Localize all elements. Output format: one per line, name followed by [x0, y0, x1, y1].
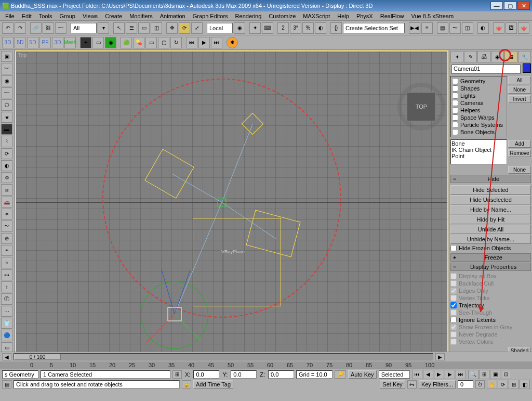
rb-collection-icon[interactable]: ▣ [1, 51, 12, 62]
zoom-icon[interactable]: 🔍 [468, 370, 478, 379]
utilities-tab-icon[interactable]: 🔧 [518, 51, 531, 62]
display-tab-icon[interactable]: 🖥 [504, 51, 517, 62]
deforming-mesh-icon[interactable]: ⬠ [1, 99, 12, 110]
arc-rotate-icon[interactable]: ⟳ [498, 380, 508, 389]
hide-spacewarps-check[interactable]: Space Warps [452, 114, 506, 121]
zoom-extents-icon[interactable]: ▣ [490, 370, 500, 379]
time-prev-icon[interactable]: ◀ [2, 353, 11, 360]
y-field[interactable]: 0.0 [231, 370, 257, 379]
key-mode-combo[interactable]: Selected [379, 370, 410, 379]
water-icon[interactable]: 〜 [1, 221, 12, 231]
angular-dashpot-icon[interactable]: ◐ [1, 160, 12, 171]
spinner-snap-icon[interactable]: ◐ [315, 22, 326, 34]
plugin-5-icon[interactable]: 💊 [133, 37, 144, 48]
object-color-swatch[interactable] [523, 63, 531, 73]
render-setup-icon[interactable]: 🫖 [493, 22, 504, 34]
goto-end-icon[interactable]: ⏭ [456, 370, 466, 379]
menu-realflow[interactable]: RealFlow [377, 12, 407, 20]
goto-start-icon[interactable]: ⏮ [412, 370, 422, 379]
scale-icon[interactable]: ⤢ [191, 22, 203, 34]
time-slider-handle[interactable]: 0 / 100 [14, 354, 61, 360]
reactor-5d-icon[interactable]: 5D [15, 37, 26, 48]
menu-maxscript[interactable]: MAXScript [300, 12, 333, 20]
selection-filter-combo[interactable]: All [71, 23, 97, 33]
vray-plane-outline[interactable] [193, 218, 281, 306]
menu-help[interactable]: Help [334, 12, 352, 20]
plugin-8-icon[interactable]: ↻ [170, 37, 182, 48]
display-props-rollout[interactable]: −Display Properties [450, 263, 531, 271]
hide-rollout[interactable]: −Hide [450, 175, 531, 183]
hide-particles-check[interactable]: Particle Systems [452, 121, 506, 128]
menu-group[interactable]: Group [56, 12, 78, 20]
filter-dropdown-icon[interactable]: ▾ [98, 22, 109, 34]
menu-rendering[interactable]: Rendering [232, 12, 265, 20]
plane-icon[interactable]: ▬ [1, 124, 12, 135]
plugin-2-icon[interactable]: ▭ [92, 37, 104, 48]
next-frame-icon[interactable]: ▶ [445, 370, 455, 379]
add-time-tag-button[interactable]: Add Time Tag [193, 380, 233, 389]
all-button[interactable]: All [508, 76, 531, 84]
plugin-7-icon[interactable]: ▢ [158, 37, 169, 48]
invert-button[interactable]: Invert [508, 95, 531, 103]
hide-cameras-check[interactable]: Cameras [452, 99, 506, 107]
rendered-frame-icon[interactable]: 🖼 [506, 22, 517, 34]
key-icon[interactable]: 🗝 [407, 380, 417, 389]
rope-icon[interactable]: 〰 [1, 87, 12, 98]
rotate-icon[interactable]: ⟳ [179, 22, 190, 34]
analyze-icon[interactable]: 👕 [1, 318, 12, 329]
move-icon[interactable]: ✥ [166, 22, 178, 34]
edit-named-sel-icon[interactable]: {} [330, 22, 342, 34]
reactor-5d2-icon[interactable]: 5D [27, 37, 38, 48]
hide-unselected-button[interactable]: Hide Unselected [450, 195, 531, 204]
display-prop-6[interactable]: Ignore Extents [450, 316, 531, 324]
object-name-field[interactable]: Camera01 [451, 64, 521, 74]
filter-list[interactable]: Bone IK Chain Object Point [450, 139, 507, 164]
align-icon[interactable]: ≡ [421, 22, 433, 34]
unhide-by-name-button[interactable]: Unhide by Name... [450, 235, 531, 244]
time-config-icon[interactable]: ⏱ [475, 380, 485, 389]
menu-create[interactable]: Create [102, 12, 125, 20]
orange-plugin-icon[interactable]: ✱ [227, 37, 238, 48]
material-editor-icon[interactable]: ◐ [477, 22, 489, 34]
select-by-name-icon[interactable]: ☰ [126, 22, 137, 34]
display-prop-4[interactable]: Trajectory [450, 302, 531, 309]
spring-icon[interactable]: ⌇ [1, 136, 12, 147]
reactor-pf-icon[interactable]: PF [39, 37, 51, 48]
minimize-button[interactable]: — [490, 2, 503, 10]
play-anim-icon[interactable]: ▶ [434, 370, 444, 379]
manipulate-icon[interactable]: ✦ [249, 22, 261, 34]
preview-icon[interactable]: 🔵 [1, 330, 12, 341]
none-button[interactable]: None [508, 86, 531, 94]
ref-coord-combo[interactable]: Local [207, 23, 233, 33]
pan-icon[interactable]: ✋ [487, 380, 497, 389]
hide-bones-check[interactable]: Bone Objects [452, 128, 506, 136]
hinge-icon[interactable]: ⟐ [1, 257, 12, 268]
x-field[interactable]: 0.0 [193, 370, 219, 379]
none2-button[interactable]: None [508, 166, 531, 174]
key-filters-button[interactable]: Key Filters... [419, 380, 456, 389]
motor-icon[interactable]: ⚙ [1, 172, 12, 183]
undo-icon[interactable]: ↶ [2, 22, 14, 34]
wind-icon[interactable]: ≋ [1, 184, 12, 195]
plugin-6-icon[interactable]: ▭ [145, 37, 157, 48]
time-ruler[interactable]: 0510152025303540455055606570758085909510… [0, 361, 532, 369]
hide-by-hit-button[interactable]: Hide by Hit [450, 215, 531, 224]
hide-by-name-button[interactable]: Hide by Name... [450, 205, 531, 214]
transform-type-icon[interactable]: ⊞ [172, 370, 182, 379]
hide-lights-check[interactable]: Lights [452, 92, 506, 99]
time-next-icon[interactable]: ▶ [435, 353, 445, 360]
modify-tab-icon[interactable]: ✎ [464, 51, 477, 62]
filter-geometry-field[interactable]: s Geometry [2, 370, 38, 379]
maxscript-listener-icon[interactable]: ▤ [2, 380, 11, 389]
snap-angle-icon[interactable]: 3° [290, 22, 301, 34]
linear-dashpot-icon[interactable]: ⟳ [1, 148, 12, 159]
cloth-collection-icon[interactable]: 〰 [1, 63, 12, 74]
maximize-button[interactable]: ▢ [504, 2, 516, 10]
link-icon[interactable]: 🔗 [30, 22, 42, 34]
select-region-icon[interactable]: ▭ [138, 22, 150, 34]
menu-file[interactable]: File [2, 12, 18, 20]
toy-car-icon[interactable]: 🚗 [1, 197, 12, 208]
reactor-mesh-icon[interactable]: Mesh [64, 37, 76, 48]
curve-editor-icon[interactable]: 〜 [449, 22, 461, 34]
menu-vue[interactable]: Vue 8.5 xStream [408, 12, 457, 20]
